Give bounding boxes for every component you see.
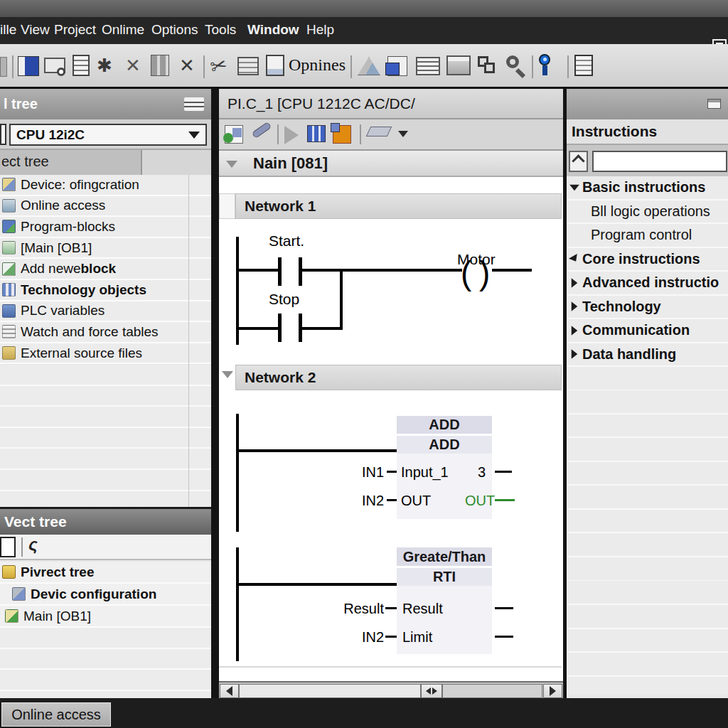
wrench-icon[interactable]: [252, 122, 272, 139]
contact-stop-left-bar[interactable]: [278, 314, 282, 342]
tree-item-online-access[interactable]: Online access: [0, 196, 211, 218]
network1-header[interactable]: Network 1: [235, 193, 562, 219]
cmp-in1-param[interactable]: Result: [402, 601, 443, 617]
instructions-item-technology[interactable]: Technology: [567, 296, 728, 320]
network1-gutter-box[interactable]: [219, 193, 235, 219]
tree-item-program-blocks[interactable]: Program-blocks: [0, 217, 211, 238]
instructions-search-input[interactable]: [592, 151, 727, 172]
lower-tree-item-main-ob1[interactable]: Main [OB1]: [0, 606, 211, 628]
save-project-icon[interactable]: [18, 56, 39, 76]
instructions-item-program-control[interactable]: Program control: [567, 224, 728, 248]
insert-box-icon[interactable]: [333, 125, 351, 144]
editor-hscrollbar[interactable]: [219, 681, 563, 698]
dropdown-arrow-icon[interactable]: [398, 131, 408, 137]
screen-search-icon[interactable]: [44, 58, 65, 73]
tree-item-add-new-block[interactable]: Add newe block: [0, 259, 211, 280]
key-icon[interactable]: [539, 54, 550, 65]
compare-block-header[interactable]: Greate/Than: [397, 547, 492, 566]
collapse-icon[interactable]: [226, 161, 237, 168]
lower-tree-item-project[interactable]: Pivrect tree: [0, 562, 211, 584]
contact-start-left-bar[interactable]: [278, 257, 282, 286]
add-in2-param[interactable]: OUT: [401, 493, 431, 509]
add-in1-operand[interactable]: IN1: [333, 464, 384, 481]
windows-overlap-icon[interactable]: [478, 56, 488, 67]
delete-icon[interactable]: ✕: [179, 56, 195, 75]
block-title-row[interactable]: Nain [081]: [219, 151, 563, 177]
menu-project[interactable]: Project: [54, 22, 96, 38]
cross-references-icon[interactable]: [574, 55, 593, 76]
menu-options[interactable]: Options: [151, 22, 198, 38]
collapse-all-button[interactable]: [569, 151, 588, 172]
clipped-tool-icon[interactable]: [0, 57, 7, 77]
table-grid-icon[interactable]: [237, 57, 259, 75]
tree-item-main-ob1[interactable]: [Main [OB1]: [0, 238, 211, 259]
contact-start-right-bar[interactable]: [299, 257, 302, 286]
monitor-grid-icon[interactable]: [307, 125, 326, 142]
tree-item-device-configuration[interactable]: Device: ofingcration: [0, 175, 211, 196]
add-block-body[interactable]: [397, 454, 492, 519]
tree-item-technology-objects[interactable]: Technology objects: [0, 280, 211, 301]
panel-menu-icon[interactable]: [184, 97, 204, 111]
cancel-icon[interactable]: ✕: [125, 56, 141, 75]
add-block-name[interactable]: ADD: [397, 436, 492, 454]
paste-columns-icon[interactable]: [151, 55, 169, 76]
eraser-icon[interactable]: [366, 127, 392, 136]
document-icon[interactable]: [266, 55, 284, 76]
add-in2-operand[interactable]: IN2: [333, 493, 384, 509]
selector-side-button[interactable]: [0, 124, 6, 145]
scroll-right-button[interactable]: [543, 684, 562, 698]
contact-stop-label[interactable]: Stop: [269, 291, 299, 308]
menu-help[interactable]: Help: [306, 22, 334, 38]
menu-online[interactable]: Onlime: [102, 22, 144, 38]
search-icon[interactable]: [506, 55, 519, 68]
instructions-item-basic[interactable]: Basic instructions: [567, 176, 728, 200]
printer-icon[interactable]: [446, 55, 471, 75]
tree-tab-filler: [142, 150, 211, 175]
network2-header[interactable]: Network 2: [235, 365, 562, 390]
start-simulation-icon[interactable]: [284, 126, 299, 144]
menu-window[interactable]: Window: [247, 22, 299, 38]
device-selector-dropdown[interactable]: CPU 12i2C: [9, 124, 207, 146]
device-page-icon[interactable]: [387, 56, 407, 76]
contact-start-label[interactable]: Start.: [269, 232, 304, 250]
rung1-segment: [302, 269, 462, 272]
online-access-button[interactable]: Online access: [1, 702, 111, 727]
compass-tool-icon[interactable]: [358, 57, 380, 75]
sync-icon[interactable]: ς: [28, 535, 38, 555]
scroll-track-right[interactable]: [442, 684, 542, 698]
asterisk-icon[interactable]: ✱: [97, 56, 112, 75]
network2-collapse-icon[interactable]: [222, 371, 233, 378]
lower-toolbar-button[interactable]: [0, 537, 16, 557]
menu-tools[interactable]: Tools: [205, 22, 236, 38]
list-view-icon[interactable]: [416, 57, 440, 75]
add-block-header[interactable]: ADD: [397, 416, 492, 434]
add-out-param[interactable]: OUT: [465, 493, 495, 509]
tree-item-external-source-files[interactable]: External source files: [0, 343, 211, 365]
add-in1-param[interactable]: Input_1: [401, 464, 449, 481]
copy-icon[interactable]: [73, 55, 90, 76]
scroll-thumb[interactable]: [239, 684, 421, 698]
panel-restore-icon[interactable]: [707, 99, 721, 109]
instructions-item-communication[interactable]: Communication: [567, 319, 728, 343]
compare-block-name[interactable]: RTI: [397, 568, 492, 586]
menu-view[interactable]: View: [21, 22, 50, 38]
cut-scissors-icon[interactable]: ✂: [208, 54, 230, 77]
cmp-in1-operand[interactable]: Result: [318, 601, 384, 617]
instructions-item-data-handling[interactable]: Data handling: [567, 343, 728, 368]
cmp-in2-param[interactable]: Limit: [402, 629, 432, 646]
tree-item-plc-variables[interactable]: PLC variables: [0, 301, 211, 323]
tree-item-watch-force-tables[interactable]: Watch and force tables: [0, 322, 211, 343]
cmp-in2-operand[interactable]: IN2: [333, 629, 384, 646]
add-out-value[interactable]: 3: [478, 464, 486, 481]
download-to-device-icon[interactable]: [225, 125, 243, 144]
tree-tab[interactable]: ect tree: [0, 150, 142, 175]
opnines-label[interactable]: Opnines: [289, 55, 346, 75]
instructions-item-bit-logic[interactable]: Bll logic operations: [567, 200, 728, 225]
menu-file[interactable]: ille: [0, 22, 16, 38]
instructions-item-advanced[interactable]: Advanced instructio: [567, 272, 728, 296]
scroll-left-button[interactable]: [220, 684, 239, 698]
instructions-item-core[interactable]: Core instructions: [567, 248, 728, 272]
scroll-splitter-button[interactable]: [421, 684, 442, 698]
contact-stop-right-bar[interactable]: [299, 314, 302, 342]
lower-tree-item-device-configuration[interactable]: Devic configuration: [0, 584, 211, 606]
